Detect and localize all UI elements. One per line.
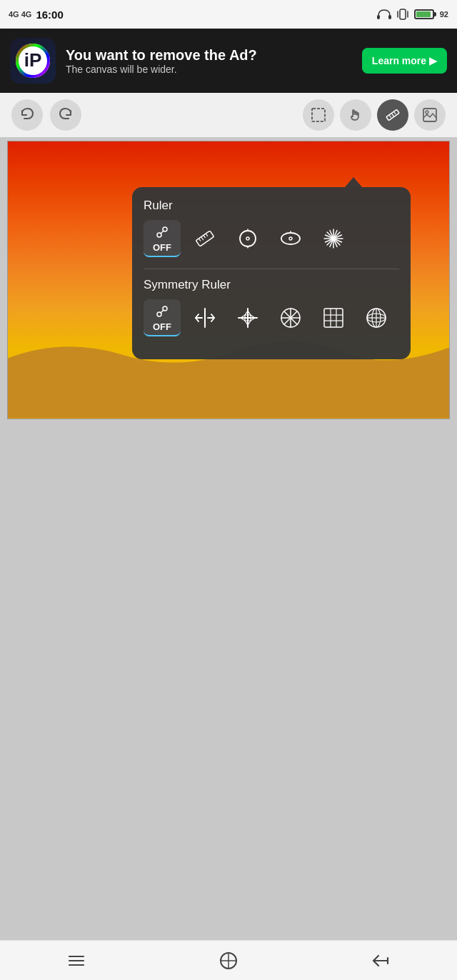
svg-point-28 (289, 237, 292, 240)
battery-fill (416, 11, 431, 17)
home-icon (219, 951, 238, 970)
svg-rect-2 (400, 9, 406, 19)
menu-button[interactable] (48, 946, 105, 975)
svg-point-24 (246, 237, 249, 240)
symmetry-section-title: Symmetry Ruler (144, 278, 399, 292)
ruler-straight-icon (193, 226, 217, 251)
svg-line-10 (390, 116, 391, 117)
svg-line-21 (204, 236, 206, 237)
svg-line-11 (392, 114, 393, 116)
ruler-off-label: OFF (153, 242, 171, 253)
symmetry-off-handle-icon (154, 303, 171, 320)
network1-label: 4G (9, 10, 19, 19)
symmetry-grid-button[interactable] (315, 299, 352, 336)
back-button[interactable] (352, 946, 409, 975)
svg-point-27 (281, 233, 300, 244)
hand-icon (347, 106, 364, 124)
bottom-nav (0, 940, 457, 980)
svg-rect-0 (377, 15, 380, 19)
undo-icon (19, 107, 35, 123)
ad-banner: iP You want to remove the Ad? The canvas… (0, 29, 457, 93)
ruler-circle-icon (236, 226, 260, 251)
ruler-icon (384, 106, 401, 124)
toolbar (0, 93, 457, 137)
ruler-button[interactable] (377, 99, 408, 131)
svg-rect-18 (196, 231, 214, 246)
status-right: 92 (377, 8, 448, 21)
app-logo-icon: iP (15, 43, 51, 79)
ruler-icons-row: OFF (144, 220, 399, 257)
popup-divider (144, 269, 399, 269)
undo-button[interactable] (11, 99, 43, 131)
status-bar: 4G 4G 16:00 92 (0, 0, 457, 29)
svg-line-20 (201, 237, 203, 239)
ruler-radial-icon (321, 226, 346, 251)
svg-line-17 (161, 231, 164, 234)
ruler-popup: Ruler OFF (132, 187, 411, 359)
svg-point-14 (426, 111, 428, 114)
symmetry-pie-button[interactable] (272, 299, 309, 336)
ad-text: You want to remove the Ad? The canvas wi… (66, 46, 352, 75)
svg-line-19 (199, 239, 201, 241)
home-button[interactable] (200, 946, 257, 975)
ad-logo: iP (10, 38, 56, 84)
svg-point-23 (240, 231, 256, 246)
svg-text:iP: iP (24, 49, 42, 71)
svg-rect-8 (312, 109, 325, 121)
ruler-ellipse-button[interactable] (272, 220, 309, 257)
signal-icons: 4G 4G (9, 10, 31, 19)
headphone-icon (377, 9, 391, 20)
symmetry-3dgrid-button[interactable] (358, 299, 395, 336)
toolbar-right (303, 99, 446, 131)
svg-line-40 (161, 310, 164, 313)
back-icon (371, 953, 390, 969)
canvas-area: Ruler OFF (0, 137, 457, 630)
redo-icon (58, 107, 74, 123)
ad-subtitle: The canvas will be wider. (66, 64, 352, 75)
ruler-section-title: Ruler (144, 199, 399, 213)
network2-label: 4G (21, 10, 32, 19)
menu-icon (67, 954, 86, 968)
redo-button[interactable] (50, 99, 81, 131)
gallery-icon (421, 106, 438, 124)
symmetry-off-button[interactable]: OFF (144, 299, 181, 336)
learn-more-button[interactable]: Learn more ▶ (362, 48, 447, 74)
ruler-circle-button[interactable] (229, 220, 266, 257)
symmetry-4way-icon (236, 306, 260, 330)
symmetry-off-label: OFF (153, 321, 171, 332)
ruler-radial-button[interactable] (315, 220, 352, 257)
svg-line-12 (394, 112, 396, 114)
svg-rect-1 (388, 15, 391, 19)
ruler-off-button[interactable]: OFF (144, 220, 181, 257)
symmetry-pie-icon (278, 306, 303, 330)
ruler-off-handle-icon (154, 224, 171, 241)
hand-button[interactable] (340, 99, 371, 131)
vibrate-icon (397, 8, 408, 21)
toolbar-left (11, 99, 81, 131)
ad-title: You want to remove the Ad? (66, 46, 352, 64)
symmetry-3dgrid-icon (364, 306, 388, 330)
gallery-button[interactable] (414, 99, 446, 131)
svg-line-22 (206, 234, 208, 236)
status-left: 4G 4G 16:00 (9, 9, 64, 21)
svg-rect-55 (324, 309, 343, 327)
battery-percent: 92 (440, 10, 448, 19)
selection-icon (310, 106, 327, 124)
ruler-ellipse-icon (278, 226, 303, 251)
selection-button[interactable] (303, 99, 334, 131)
symmetry-lr-icon (193, 306, 217, 330)
battery-icon (414, 9, 434, 19)
symmetry-lr-button[interactable] (186, 299, 224, 336)
symmetry-4way-button[interactable] (229, 299, 266, 336)
symmetry-icons-row: OFF (144, 299, 399, 336)
time-display: 16:00 (36, 9, 63, 21)
symmetry-grid-icon (321, 306, 346, 330)
ruler-straight-button[interactable] (186, 220, 224, 257)
